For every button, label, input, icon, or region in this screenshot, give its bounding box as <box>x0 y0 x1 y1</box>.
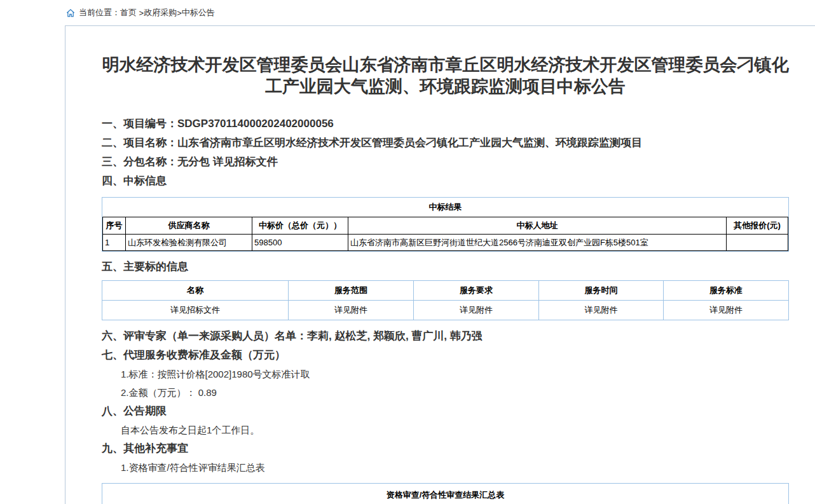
breadcrumb-link-home[interactable]: 首页 <box>120 7 137 18</box>
breadcrumb-link-procurement[interactable]: 政府采购 <box>144 7 177 18</box>
section-heading-award-info: 四、中标信息 <box>102 175 789 187</box>
home-icon <box>66 9 75 17</box>
column-header-service-time: 服务时间 <box>539 281 664 301</box>
cell-service-scope: 详见附件 <box>289 301 414 320</box>
review-table-caption: 资格审查/符合性审查结果汇总表 <box>102 484 788 504</box>
column-header-address: 中标人地址 <box>348 217 727 235</box>
column-header-name: 名称 <box>102 281 289 301</box>
award-table-row: 1 山东环发检验检测有限公司 598500 山东省济南市高新区巨野河街道世纪大道… <box>103 235 788 251</box>
breadcrumb-separator: > <box>137 8 144 18</box>
agency-fee-amount: 2.金额（万元）： 0.89 <box>102 387 789 398</box>
review-result-table: 资格审查/符合性审查结果汇总表 序号 投标人名称 审查结果 <box>102 483 789 504</box>
award-table-caption: 中标结果 <box>102 198 788 217</box>
column-header-seq: 序号 <box>103 217 126 235</box>
notice-period-text: 自本公告发布之日起1个工作日。 <box>102 425 789 435</box>
column-header-service-requirement: 服务要求 <box>414 281 539 301</box>
subject-table-row: 详见招标文件 详见附件 详见附件 详见附件 详见附件 <box>102 301 789 320</box>
column-header-supplier: 供应商名称 <box>126 217 252 235</box>
cell-seq: 1 <box>103 235 126 251</box>
breadcrumb-prefix: 当前位置： <box>79 7 120 18</box>
column-header-price: 中标价（总价（元）） <box>252 217 348 235</box>
cell-service-time: 详见附件 <box>539 301 664 320</box>
section-heading-project-name: 二、项目名称：山东省济南市章丘区明水经济技术开发区管理委员会刁镇化工产业园大气监… <box>102 137 789 149</box>
section-heading-notice-period: 八、公告期限 <box>102 405 789 417</box>
subject-info-table: 名称 服务范围 服务要求 服务时间 服务标准 详见招标文件 详见附件 详见附件 … <box>102 280 789 320</box>
breadcrumb-link-award-notice[interactable]: 中标公告 <box>182 7 215 18</box>
section-heading-subpackage: 三、分包名称：无分包 详见招标文件 <box>102 156 789 168</box>
section-heading-subject-info: 五、主要标的信息 <box>102 261 789 273</box>
cell-supplier: 山东环发检验检测有限公司 <box>126 235 252 251</box>
section-heading-project-number: 一、项目编号：SDGP370114000202402000056 <box>102 118 789 130</box>
cell-price: 598500 <box>252 235 348 251</box>
page-title: 明水经济技术开发区管理委员会山东省济南市章丘区明水经济技术开发区管理委员会刁镇化… <box>102 54 789 97</box>
other-matters-text: 1.资格审查/符合性评审结果汇总表 <box>102 462 789 473</box>
award-table-header-row: 序号 供应商名称 中标价（总价（元）） 中标人地址 其他报价(元) <box>103 217 788 235</box>
section-heading-experts: 六、评审专家（单一来源采购人员）名单：李莉, 赵松芝, 郑颖欣, 曹广川, 韩乃… <box>102 330 789 342</box>
cell-name: 详见招标文件 <box>102 301 289 320</box>
breadcrumb: 当前位置： 首页 > 政府采购 > 中标公告 <box>0 0 815 25</box>
announcement-card: 明水经济技术开发区管理委员会山东省济南市章丘区明水经济技术开发区管理委员会刁镇化… <box>65 25 815 504</box>
breadcrumb-separator: > <box>177 8 182 18</box>
cell-service-requirement: 详见附件 <box>414 301 539 320</box>
subject-table-header-row: 名称 服务范围 服务要求 服务时间 服务标准 <box>102 281 789 301</box>
section-heading-agency-fee: 七、代理服务收费标准及金额（万元） <box>102 350 789 361</box>
column-header-service-standard: 服务标准 <box>664 281 789 301</box>
agency-fee-standard: 1.标准：按照计价格[2002]1980号文标准计取 <box>102 369 789 379</box>
award-result-table: 中标结果 序号 供应商名称 中标价（总价（元）） 中标人地址 其他报价(元) 1… <box>102 197 789 252</box>
cell-service-standard: 详见附件 <box>664 301 789 320</box>
cell-other-quote <box>727 235 788 251</box>
section-heading-other-matters: 九、其他补充事宜 <box>102 443 789 454</box>
column-header-other-quote: 其他报价(元) <box>727 217 788 235</box>
column-header-service-scope: 服务范围 <box>289 281 414 301</box>
cell-address: 山东省济南市高新区巨野河街道世纪大道2566号济南迪亚双创产业园F栋5楼501室 <box>348 235 727 251</box>
